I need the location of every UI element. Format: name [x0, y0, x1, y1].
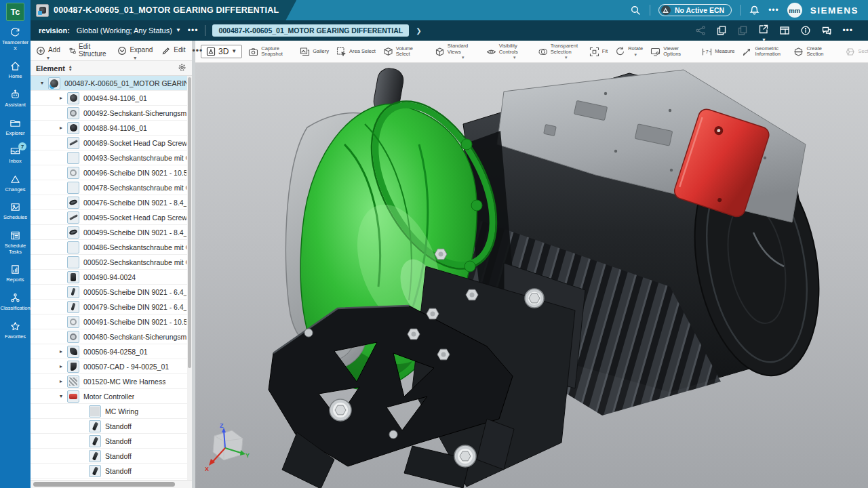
info-icon[interactable] — [800, 25, 811, 36]
create-section-button[interactable]: Create Section — [792, 45, 839, 59]
tree-row[interactable]: ▸ 000507-CAD - 94-0025_01 — [31, 359, 192, 374]
visibility-controls-button[interactable]: Visibility Controls▼ — [485, 42, 532, 61]
tree-row[interactable]: 000499-Scheibe DIN 9021 - 8.4_Washer DIN… — [31, 225, 192, 240]
panel-splitter[interactable] — [192, 41, 195, 488]
ecn-status-badge[interactable]: No Active ECN — [658, 4, 732, 16]
scrollbar-thumb[interactable] — [188, 77, 191, 368]
tree-row[interactable]: 000505-Scheibe DIN 9021 - 6.4_Washer DIN… — [31, 285, 192, 300]
tree-row[interactable]: 000480-Sechskant-Sicherungsmutter ISO 70… — [31, 329, 192, 344]
column-settings-gear-icon[interactable] — [178, 62, 186, 75]
breadcrumb[interactable]: 000487-K-00605_01_MOTOR GEARING DIFFEREN… — [212, 24, 409, 37]
sort-icon[interactable]: ▲▼ — [68, 65, 73, 71]
sidebar-item-assistant[interactable]: Assistant — [0, 85, 31, 113]
sub-more-menu[interactable]: ••• — [842, 26, 853, 35]
revision-more-menu[interactable]: ••• — [188, 26, 199, 35]
tree-row[interactable]: 000502-Sechskantschraube mit Gewinde bis… — [31, 255, 192, 270]
tree-row[interactable]: ▾ Motor Controller — [31, 389, 192, 404]
orientation-triad[interactable]: Z Y X — [199, 418, 250, 472]
scrollbar-thumb[interactable] — [33, 482, 175, 487]
tree-row[interactable]: ▸ 000494-94-1106_01 — [31, 91, 192, 106]
sidebar-item-favorites[interactable]: Favorites — [0, 317, 31, 345]
part-thumbnail-icon — [67, 346, 79, 358]
tree-expand-caret[interactable]: ▾ — [58, 393, 64, 399]
tree-row[interactable]: ▸ 000488-94-1106_01 — [31, 121, 192, 136]
active-object-tab[interactable]: 000487-K-00605_01_MOTOR GEARING DIFFEREN… — [31, 0, 296, 20]
tree-row[interactable]: ▸ 001520-MC Wire Harness — [31, 374, 192, 389]
sidebar-item-teamcenter-x[interactable]: Teamcenter X — [0, 22, 31, 56]
revision-rule-selector[interactable]: Global (Working; Any Status) ▼ — [77, 26, 181, 35]
gallery-button[interactable]: Gallery — [298, 45, 330, 58]
part-thumbnail-icon — [67, 331, 79, 343]
transparent-selection-button[interactable]: Transparent Selection▼ — [536, 42, 583, 61]
motor-gearing-differential-model[interactable] — [195, 63, 868, 488]
measure-button[interactable]: 7 Measure — [701, 45, 736, 58]
tree-row[interactable]: 000490-94-0024 — [31, 270, 192, 285]
tree-row[interactable]: 000492-Sechskant-Sicherungsmutter ISO 70… — [31, 106, 192, 121]
copy-icon[interactable] — [716, 25, 727, 36]
sidebar-item-changes[interactable]: Changes — [0, 169, 31, 198]
part-thumbnail-icon — [67, 271, 79, 283]
tree-row[interactable]: 000491-Scheibe DIN 9021 - 10.5_Washer DI… — [31, 314, 192, 329]
tree-expand-caret[interactable]: ▸ — [58, 363, 64, 369]
tree-row[interactable]: Standoff — [31, 449, 192, 464]
transparent-selection-icon — [538, 47, 548, 57]
sidebar-item-reports[interactable]: Reports — [0, 260, 31, 288]
tree-vertical-scrollbar[interactable] — [187, 76, 192, 480]
part-thumbnail-icon — [67, 241, 79, 253]
sidebar-item-schedule-tasks[interactable]: Schedule Tasks — [0, 226, 31, 260]
standard-views-button[interactable]: Standard Views▼ — [433, 42, 480, 61]
add-button[interactable]: Add ▼ — [36, 46, 60, 56]
tree-row[interactable]: Standoff — [31, 419, 192, 434]
tree-item-label: 000499-Scheibe DIN 9021 - 8.4_Washer DIN… — [83, 228, 186, 237]
notifications-bell-icon[interactable] — [749, 5, 760, 16]
tree-row-root[interactable]: ▾ 000487-K-00605_01_MOTOR GEARING DIFFER… — [31, 76, 192, 91]
layout-panels-icon[interactable] — [779, 25, 790, 36]
cube-icon — [206, 47, 216, 56]
tree-row[interactable]: MC Wiring — [31, 404, 192, 419]
tree-row[interactable]: 000486-Sechskantschraube mit Gewinde bis… — [31, 240, 192, 255]
structure-more-menu[interactable]: ••• — [193, 46, 203, 56]
sidebar-item-inbox[interactable]: 7 Inbox — [0, 141, 31, 169]
top-more-menu[interactable]: ••• — [768, 6, 779, 14]
fit-button[interactable]: Fit — [588, 45, 609, 58]
edit-structure-button[interactable]: Edit Structure — [69, 43, 109, 58]
collaborate-chat-icon[interactable] — [821, 25, 832, 36]
sidebar-item-schedules[interactable]: Schedules — [0, 197, 31, 226]
tree-expand-caret[interactable]: ▸ — [58, 95, 64, 101]
tree-expand-caret[interactable]: ▾ — [39, 80, 45, 86]
capture-snapshot-button[interactable]: Capture Snapshot — [247, 45, 294, 59]
tree-row[interactable]: 000496-Scheibe DIN 9021 - 10.5_Washer DI… — [31, 165, 192, 180]
tree-expand-caret[interactable]: ▸ — [58, 348, 64, 354]
tree-horizontal-scrollbar[interactable] — [31, 480, 192, 488]
area-select-button[interactable]: Area Select — [335, 45, 377, 58]
search-icon[interactable] — [630, 5, 642, 16]
tree-row[interactable]: Standoff — [31, 464, 192, 479]
sidebar-item-classification[interactable]: Classification — [0, 288, 31, 317]
geometric-information-button[interactable]: Geometric Information — [741, 45, 787, 59]
tree-row[interactable]: Standoff — [31, 434, 192, 449]
tree-row[interactable]: ▸ 000506-94-0258_01 — [31, 344, 192, 359]
open-with-button[interactable]: ▼ — [758, 24, 769, 37]
tree-row[interactable]: 000489-Socket Head Cap Screw_ISO_ISO 476… — [31, 136, 192, 150]
edit-button[interactable]: Edit — [161, 46, 185, 56]
tree-row[interactable]: 000495-Socket Head Cap Screw_ISO_ISO 476… — [31, 210, 192, 225]
siemens-logo: SIEMENS — [810, 5, 859, 16]
user-avatar[interactable]: mm — [787, 3, 802, 18]
tree-expand-caret[interactable]: ▸ — [58, 378, 64, 384]
tree-row[interactable]: 000479-Scheibe DIN 9021 - 6.4_Washer DIN… — [31, 300, 192, 314]
viewer-mode-3d-dropdown[interactable]: 3D ▼ — [201, 45, 242, 58]
viewer-canvas-3d[interactable]: Z Y X — [195, 63, 868, 488]
sidebar-item-explorer[interactable]: Explorer — [0, 113, 31, 142]
volume-select-button[interactable]: Volume Select — [382, 45, 429, 59]
tree-row[interactable]: 000493-Sechskantschraube mit Gewinde bis… — [31, 150, 192, 165]
tree-item-label: 000492-Sechskant-Sicherungsmutter ISO 70… — [83, 109, 186, 117]
tree-expand-caret[interactable]: ▸ — [58, 125, 64, 131]
tree-item-label: 000493-Sechskantschraube mit Gewinde bis… — [83, 154, 186, 162]
tree-row[interactable]: 000478-Sechskantschraube mit Gewinde bis… — [31, 180, 192, 195]
expand-button[interactable]: Expand ▼ — [117, 46, 153, 56]
tree-row[interactable]: 000476-Scheibe DIN 9021 - 8.4_Washer DIN… — [31, 195, 192, 210]
element-column-header[interactable]: Element ▲▼ — [31, 61, 192, 76]
sidebar-item-home[interactable]: Home — [0, 56, 31, 85]
rotate-button[interactable]: Rotate▼ — [614, 45, 644, 58]
viewer-options-button[interactable]: Viewer Options — [649, 45, 696, 59]
